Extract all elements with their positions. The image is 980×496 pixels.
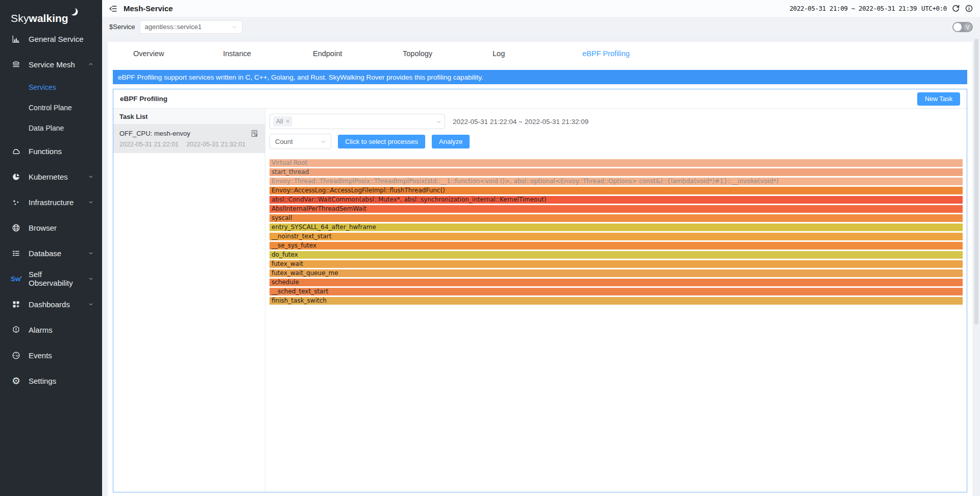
flame-frame[interactable]: Virtual Root (270, 159, 963, 167)
flame-frame[interactable]: do_futex (270, 251, 963, 259)
task-end-time: 2022-05-31 21:32:01 (186, 141, 246, 148)
flame-frame[interactable]: futex_wait (270, 260, 963, 268)
sidebar-fold-icon[interactable] (109, 4, 118, 13)
sidebar-item-label: Functions (29, 147, 62, 156)
sidebar-item-label: Service Mesh (29, 60, 75, 69)
info-banner: eBPF Profiling support services written … (113, 70, 967, 84)
sidebar-item-label: Dashboards (29, 300, 70, 309)
page-title: Mesh-Service (124, 4, 173, 13)
chevron-down-icon (88, 301, 94, 307)
version-toggle[interactable]: V (952, 22, 973, 32)
flame-frame[interactable]: futex_wait_queue_me (270, 269, 963, 277)
sidebar-item-alarms[interactable]: Alarms (0, 317, 102, 342)
flame-graph: Virtual Root start_thread Envoy::Thread:… (270, 159, 963, 305)
tab-overview[interactable]: Overview (133, 49, 223, 58)
new-task-button[interactable]: New Task (917, 92, 960, 106)
flame-frame[interactable]: start_thread (270, 168, 963, 176)
sidebar-item-data-plane[interactable]: Data Plane (0, 118, 102, 138)
panel-title: eBPF Profiling (120, 95, 167, 103)
alarm-hexagon-icon (11, 325, 21, 335)
task-detail-log-icon[interactable] (250, 129, 259, 138)
panel-body: Task List OFF_CPU: mesh-envoy 2022-05-31… (113, 109, 967, 492)
flame-frame[interactable]: syscall (270, 214, 963, 222)
service-bar: $Service agentless::service1 V (102, 17, 980, 36)
timezone-text[interactable]: UTC+0:0 (921, 5, 947, 12)
sidebar-item-events[interactable]: Events (0, 342, 102, 368)
flame-frame[interactable]: finish_task_switch (270, 297, 963, 305)
flame-frame[interactable]: Envoy::AccessLog::AccessLogFileImpl::flu… (270, 187, 963, 194)
tab-endpoint[interactable]: Endpoint (313, 49, 403, 58)
dashboard-card: Overview Instance Endpoint Topology Log … (108, 42, 972, 496)
sidebar-item-label: Data Plane (29, 124, 64, 132)
flame-frame[interactable]: schedule (270, 279, 963, 286)
sidebar-item-dashboards[interactable]: Dashboards (0, 291, 102, 317)
flame-frame[interactable]: __noinstr_text_start (270, 233, 963, 240)
flame-frame[interactable]: absl::CondVar::WaitCommon(absl::Mutex*, … (270, 196, 963, 204)
sidebar-item-label: Self Observability (29, 270, 88, 287)
list-icon (11, 248, 21, 259)
pie-chart-icon (11, 171, 21, 182)
sidebar-item-kubernetes[interactable]: Kubernetes (0, 164, 102, 189)
vertical-scrollbar[interactable] (974, 39, 978, 325)
service-select-value: agentless::service1 (145, 23, 202, 31)
sidebar-item-general-service[interactable]: General Service (0, 26, 102, 52)
toggle-knob (953, 23, 962, 31)
service-select[interactable]: agentless::service1 (140, 20, 242, 34)
sidebar: Skywalking General Service Service Mesh … (0, 0, 102, 496)
sidebar-item-service-mesh[interactable]: Service Mesh (0, 52, 102, 77)
task-list-item[interactable]: OFF_CPU: mesh-envoy 2022-05-31 21:22:01 … (113, 125, 265, 153)
service-variable-label: $Service (109, 23, 135, 31)
flame-frame[interactable]: AbslInternalPerThreadSemWait (270, 205, 963, 213)
tab-ebpf-profiling[interactable]: eBPF Profiling (582, 49, 672, 58)
top-header: Mesh-Service 2022-05-31 21:09 ~ 2022-05-… (102, 0, 980, 17)
flame-frame[interactable]: entry_SYSCALL_64_after_hwframe (270, 224, 963, 231)
sidebar-item-label: General Service (29, 35, 84, 43)
app-logo[interactable]: Skywalking (0, 0, 102, 26)
logo-text-bold: walking (29, 12, 68, 24)
info-icon[interactable] (965, 4, 973, 13)
chevron-down-icon (88, 250, 94, 256)
sidebar-item-label: Events (29, 351, 52, 360)
sidebar-item-services[interactable]: Services (0, 77, 102, 97)
sidebar-item-label: Kubernetes (29, 172, 68, 181)
flame-frame[interactable]: __se_sys_futex (270, 242, 963, 250)
sidebar-item-browser[interactable]: Browser (0, 215, 102, 240)
tab-instance[interactable]: Instance (223, 49, 313, 58)
schedule-select[interactable]: All × (270, 114, 445, 129)
sidebar-item-settings[interactable]: ⚙ Settings (0, 368, 102, 393)
crescent-moon-icon (69, 7, 79, 17)
chevron-down-icon (88, 173, 94, 180)
aggregation-select[interactable]: Count (270, 134, 331, 149)
sidebar-item-label: Database (29, 249, 61, 258)
chevron-down-icon (88, 199, 94, 205)
sidebar-item-label: Settings (29, 377, 56, 385)
task-start-time: 2022-05-31 21:22:01 (119, 141, 179, 148)
sidebar-item-label: Infrastructure (29, 198, 74, 207)
sidebar-item-functions[interactable]: Functions (0, 138, 102, 164)
grid-plus-icon (11, 299, 21, 310)
topbar-right: 2022-05-31 21:09 ~ 2022-05-31 21:39 UTC+… (790, 4, 973, 13)
refresh-icon[interactable] (951, 4, 960, 13)
tag-close-icon[interactable]: × (286, 118, 289, 125)
selected-tag-label: All (276, 118, 283, 125)
clock-icon (11, 350, 21, 361)
flame-frame[interactable]: __sched_text_start (270, 288, 963, 295)
sidebar-item-infrastructure[interactable]: Infrastructure (0, 189, 102, 215)
sidebar-item-self-observability[interactable]: Sw Self Observability (0, 266, 102, 291)
ebpf-profiling-panel: eBPF Profiling New Task Task List OFF_CP… (113, 89, 967, 492)
analysis-time-range: 2022-05-31 21:22:04 ~ 2022-05-31 21:32:0… (453, 118, 589, 126)
chevron-down-icon (88, 276, 94, 282)
sidebar-item-database[interactable]: Database (0, 240, 102, 266)
sidebar-item-label: Services (29, 83, 56, 91)
sidebar-item-label: Alarms (29, 326, 53, 334)
tab-bar: Overview Instance Endpoint Topology Log … (108, 42, 972, 65)
time-range-text[interactable]: 2022-05-31 21:09 ~ 2022-05-31 21:39 (790, 5, 917, 12)
tab-topology[interactable]: Topology (403, 49, 493, 58)
sidebar-item-control-plane[interactable]: Control Plane (0, 97, 102, 118)
flame-frame[interactable]: Envoy::Thread::ThreadImplPosix::ThreadIm… (270, 178, 963, 185)
panel-header: eBPF Profiling New Task (113, 89, 967, 109)
analyze-button[interactable]: Analyze (432, 135, 470, 148)
tab-log[interactable]: Log (493, 49, 582, 58)
select-processes-button[interactable]: Click to select processes (338, 135, 425, 148)
toggle-version-badge: V (964, 23, 972, 31)
